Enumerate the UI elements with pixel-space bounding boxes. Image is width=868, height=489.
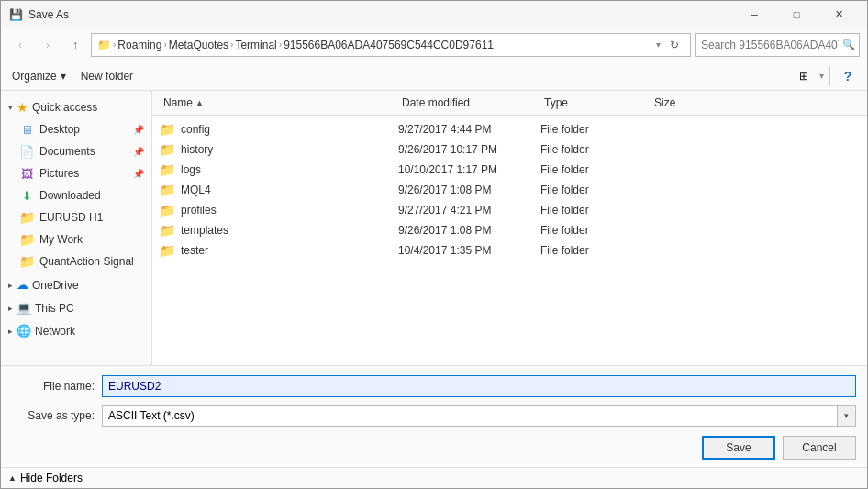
quick-access-chevron-icon: ▾ bbox=[8, 103, 13, 112]
organize-button[interactable]: Organize ▾ bbox=[8, 65, 70, 87]
save-button[interactable]: Save bbox=[702, 436, 775, 460]
breadcrumb-folder-icon: 📁 bbox=[97, 39, 111, 51]
search-input[interactable] bbox=[701, 39, 839, 51]
file-date: 9/27/2017 4:44 PM bbox=[398, 123, 491, 136]
dialog-title: Save As bbox=[28, 8, 69, 21]
col-date-label: Date modified bbox=[402, 96, 470, 109]
sidebar-downloaded-label: Downloaded bbox=[39, 189, 144, 202]
column-header-size[interactable]: Size bbox=[651, 94, 724, 111]
command-toolbar: Organize ▾ New folder ⊞ ▾ ? bbox=[1, 61, 867, 91]
file-date: 9/26/2017 1:08 PM bbox=[398, 183, 491, 196]
folder-icon: 📁 bbox=[160, 223, 175, 238]
file-date-cell: 9/27/2017 4:21 PM bbox=[398, 204, 540, 217]
sidebar-item-documents[interactable]: 📄 Documents 📌 bbox=[1, 140, 151, 162]
maximize-button[interactable]: □ bbox=[775, 1, 818, 28]
file-name-row: File name: bbox=[12, 375, 856, 397]
view-button[interactable]: ⊞ bbox=[792, 65, 816, 87]
downloaded-icon: ⬇ bbox=[19, 188, 34, 203]
hide-folders-row[interactable]: ▲ Hide Folders bbox=[1, 467, 867, 488]
address-toolbar: ‹ › ↑ 📁 › Roaming › MetaQuotes › Termina… bbox=[1, 28, 867, 61]
cancel-button[interactable]: Cancel bbox=[783, 436, 856, 460]
file-name: logs bbox=[181, 163, 201, 176]
table-row[interactable]: 📁 templates 9/26/2017 1:08 PM File folde… bbox=[152, 220, 867, 240]
search-bar[interactable]: 🔍 bbox=[695, 33, 860, 57]
file-date: 10/4/2017 1:35 PM bbox=[398, 244, 491, 257]
forward-button[interactable]: › bbox=[36, 33, 60, 57]
hide-folders-chevron-icon: ▲ bbox=[8, 473, 17, 483]
file-name-input[interactable] bbox=[102, 375, 856, 397]
file-type: File folder bbox=[540, 123, 589, 136]
view-chevron-icon: ▾ bbox=[819, 71, 824, 81]
sidebar-item-pictures[interactable]: 🖼 Pictures 📌 bbox=[1, 162, 151, 184]
column-header-date[interactable]: Date modified bbox=[398, 94, 540, 111]
file-name: templates bbox=[181, 224, 228, 237]
this-pc-icon: 💻 bbox=[17, 301, 31, 315]
help-button[interactable]: ? bbox=[836, 65, 860, 87]
breadcrumb-metaquotes: MetaQuotes bbox=[169, 39, 228, 51]
up-button[interactable]: ↑ bbox=[63, 33, 87, 57]
network-header[interactable]: ▸ 🌐 Network bbox=[1, 318, 151, 341]
table-row[interactable]: 📁 profiles 9/27/2017 4:21 PM File folder bbox=[152, 200, 867, 220]
pin-icon-pics: 📌 bbox=[133, 169, 144, 179]
folder-icon: 📁 bbox=[160, 183, 175, 197]
column-header-name[interactable]: Name ▲ bbox=[160, 94, 398, 111]
quantaction-icon: 📁 bbox=[19, 254, 34, 269]
sidebar-item-quantaction[interactable]: 📁 QuantAction Signal bbox=[1, 250, 151, 272]
file-type: File folder bbox=[540, 204, 589, 217]
sidebar-item-mywork[interactable]: 📁 My Work bbox=[1, 228, 151, 250]
table-row[interactable]: 📁 config 9/27/2017 4:44 PM File folder bbox=[152, 119, 867, 139]
file-name-cell: 📁 history bbox=[160, 142, 398, 157]
file-type-cell: File folder bbox=[540, 143, 651, 156]
desktop-icon: 🖥 bbox=[19, 122, 34, 137]
title-bar: 💾 Save As ─ □ ✕ bbox=[1, 1, 867, 28]
table-row[interactable]: 📁 logs 10/10/2017 1:17 PM File folder bbox=[152, 160, 867, 180]
file-date: 9/27/2017 4:21 PM bbox=[398, 204, 491, 217]
file-rows: 📁 config 9/27/2017 4:44 PM File folder 📁 bbox=[152, 116, 867, 365]
pictures-icon: 🖼 bbox=[19, 166, 34, 181]
file-name: MQL4 bbox=[181, 183, 211, 196]
back-button[interactable]: ‹ bbox=[8, 33, 32, 57]
save-as-type-dropdown-button[interactable]: ▾ bbox=[838, 405, 856, 427]
eurusdh1-icon: 📁 bbox=[19, 210, 34, 225]
sidebar-item-desktop[interactable]: 🖥 Desktop 📌 bbox=[1, 118, 151, 140]
sidebar-pictures-label: Pictures bbox=[39, 167, 128, 180]
network-icon: 🌐 bbox=[17, 324, 31, 338]
onedrive-header[interactable]: ▸ ☁ OneDrive bbox=[1, 272, 151, 295]
close-button[interactable]: ✕ bbox=[818, 1, 860, 28]
file-type-cell: File folder bbox=[540, 183, 651, 196]
file-date-cell: 9/26/2017 10:17 PM bbox=[398, 143, 540, 156]
organize-chevron-icon: ▾ bbox=[61, 70, 66, 83]
file-name-cell: 📁 profiles bbox=[160, 203, 398, 217]
file-date-cell: 9/27/2017 4:44 PM bbox=[398, 123, 540, 136]
sidebar-item-downloaded[interactable]: ⬇ Downloaded bbox=[1, 184, 151, 206]
table-row[interactable]: 📁 history 9/26/2017 10:17 PM File folder bbox=[152, 139, 867, 160]
save-as-dialog: 💾 Save As ─ □ ✕ ‹ › ↑ 📁 › Roaming › Meta… bbox=[0, 0, 868, 489]
sidebar-item-eurusdh1[interactable]: 📁 EURUSD H1 bbox=[1, 206, 151, 228]
search-icon: 🔍 bbox=[842, 39, 855, 50]
this-pc-label: This PC bbox=[35, 302, 74, 315]
refresh-button[interactable]: ↻ bbox=[664, 35, 684, 55]
col-name-label: Name bbox=[163, 96, 193, 109]
pin-icon-docs: 📌 bbox=[133, 147, 144, 157]
file-date-cell: 10/10/2017 1:17 PM bbox=[398, 163, 540, 176]
file-type: File folder bbox=[540, 224, 589, 237]
file-date-cell: 10/4/2017 1:35 PM bbox=[398, 244, 540, 257]
sidebar-mywork-label: My Work bbox=[39, 233, 144, 246]
save-as-type-wrapper: ASCII Text (*.csv) ▾ bbox=[102, 405, 856, 427]
file-type: File folder bbox=[540, 183, 589, 196]
file-date-cell: 9/26/2017 1:08 PM bbox=[398, 183, 540, 196]
this-pc-header[interactable]: ▸ 💻 This PC bbox=[1, 295, 151, 318]
table-row[interactable]: 📁 MQL4 9/26/2017 1:08 PM File folder bbox=[152, 180, 867, 200]
file-date: 9/26/2017 10:17 PM bbox=[398, 143, 497, 156]
column-header-type[interactable]: Type bbox=[540, 94, 651, 111]
file-list-header: Name ▲ Date modified Type Size bbox=[152, 91, 867, 116]
minimize-button[interactable]: ─ bbox=[733, 1, 775, 28]
new-folder-button[interactable]: New folder bbox=[77, 65, 137, 87]
file-name: tester bbox=[181, 244, 208, 257]
table-row[interactable]: 📁 tester 10/4/2017 1:35 PM File folder bbox=[152, 240, 867, 261]
quick-access-header[interactable]: ▾ ★ Quick access bbox=[1, 94, 151, 118]
breadcrumb: 📁 › Roaming › MetaQuotes › Terminal › 91… bbox=[97, 39, 652, 51]
file-type: File folder bbox=[540, 143, 589, 156]
address-bar[interactable]: 📁 › Roaming › MetaQuotes › Terminal › 91… bbox=[91, 33, 691, 57]
file-name-cell: 📁 templates bbox=[160, 223, 398, 238]
